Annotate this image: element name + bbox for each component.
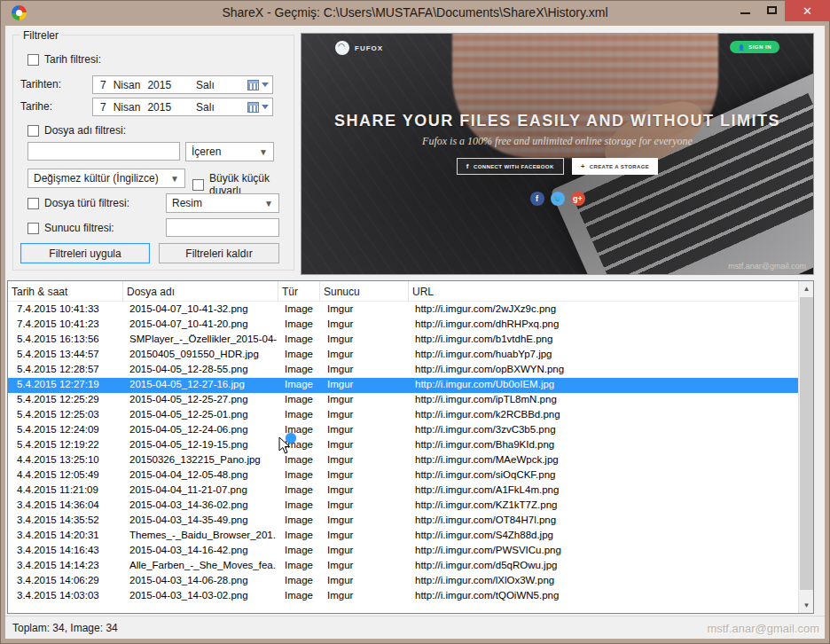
table-row[interactable]: 5.4.2015 12:28:572015-04-05_12-28-55.png…: [8, 363, 798, 378]
date-from-day[interactable]: 7: [100, 79, 106, 91]
table-row[interactable]: 5.4.2015 12:25:292015-04-05_12-25-27.png…: [8, 393, 798, 408]
cell-type: Image: [285, 454, 318, 465]
table-row[interactable]: 5.4.2015 12:24:092015-04-05_12-24-06.png…: [8, 423, 798, 438]
column-header-datetime[interactable]: Tarih & saat: [8, 281, 123, 302]
cell-datetime: 3.4.2015 14:16:43: [17, 545, 121, 555]
cell-url: http://i.imgur.com/d5qROwu.jpg: [415, 560, 796, 570]
date-to-year[interactable]: 2015: [147, 101, 171, 114]
column-header-host[interactable]: Sunucu: [320, 281, 409, 302]
cell-type: Image: [285, 349, 318, 359]
filename-filter-checkbox[interactable]: [27, 125, 39, 137]
chevron-down-icon[interactable]: [262, 82, 269, 87]
column-header-url[interactable]: URL: [409, 281, 799, 302]
cell-filename: SMPlayer_-_Özellikler_2015-04-...: [129, 334, 277, 344]
culture-combo[interactable]: Değişmez kültür (İngilizce) ▼: [27, 169, 185, 188]
date-from-year[interactable]: 2015: [147, 79, 171, 91]
client-area: Filtreler Tarih filtresi: Tarihten: 7 Ni…: [5, 26, 825, 639]
date-to-picker[interactable]: 7 Nisan 2015 Salı: [92, 98, 273, 116]
table-row[interactable]: 3.4.2015 14:06:292015-04-03_14-06-28.png…: [8, 574, 798, 589]
date-filter-label: Tarih filtresi:: [44, 53, 101, 66]
calendar-icon[interactable]: [247, 80, 259, 90]
table-row[interactable]: 4.4.2015 13:25:1020150326_132215_Pano.jp…: [8, 453, 798, 468]
column-header-filename[interactable]: Dosya adı: [123, 281, 278, 302]
person-icon: 👤: [738, 44, 745, 51]
cell-filename: 20150405_091550_HDR.jpg: [129, 349, 277, 359]
cell-url: http://i.imgur.com/lXlOx3W.png: [415, 575, 796, 585]
table-row[interactable]: 5.4.2015 12:19:222015-04-05_12-19-15.png…: [8, 438, 798, 453]
maximize-button[interactable]: [758, 0, 785, 20]
cell-filename: 2015-04-04_11-21-07.png: [129, 484, 277, 495]
filetype-combo[interactable]: Resim ▼: [166, 193, 279, 213]
close-button[interactable]: ✕: [785, 0, 830, 21]
host-filter-label: Sunucu filtresi:: [44, 222, 114, 234]
titlebar[interactable]: ShareX - Geçmiş: C:\Users\MUSTAFA\Docume…: [0, 0, 830, 26]
cell-url: http://i.imgur.com/k2RCBBd.png: [415, 409, 796, 420]
filetype-filter-label: Dosya türü filtresi:: [44, 197, 129, 209]
minimize-button[interactable]: [732, 0, 758, 20]
filetype-filter-checkbox[interactable]: [27, 198, 39, 209]
cell-url: http://i.imgur.com/b1vtdhE.png: [415, 334, 796, 344]
table-row[interactable]: 5.4.2015 12:27:192015-04-05_12-27-16.jpg…: [8, 378, 798, 393]
create-storage-button: + CREATE A STORAGE: [572, 158, 658, 175]
cell-filename: 2015-04-03_14-35-49.png: [129, 514, 277, 525]
cell-host: Imgur: [327, 379, 407, 389]
cell-host: Imgur: [327, 560, 407, 570]
cell-filename: 2015-04-05_12-27-16.jpg: [129, 379, 277, 389]
table-row[interactable]: 3.4.2015 14:20:31Themes_-_Baidu_Browser_…: [8, 529, 798, 544]
cell-datetime: 3.4.2015 14:35:52: [17, 514, 121, 525]
column-header-type[interactable]: Tür: [278, 281, 320, 302]
filename-input[interactable]: [27, 142, 180, 161]
cell-filename: 2015-04-05_12-19-15.png: [129, 439, 277, 450]
calendar-icon[interactable]: [247, 102, 259, 113]
date-to-label: Tarihe:: [20, 100, 52, 113]
table-row[interactable]: 3.4.2015 14:35:522015-04-03_14-35-49.png…: [8, 514, 798, 529]
host-filter-checkbox[interactable]: [27, 223, 39, 234]
remove-filters-button[interactable]: Filtreleri kaldır: [159, 243, 279, 263]
cell-type: Image: [285, 379, 318, 389]
scroll-down-icon[interactable]: ▼: [799, 598, 814, 613]
date-from-month[interactable]: Nisan: [114, 79, 141, 91]
cell-datetime: 4.4.2015 13:25:10: [17, 454, 121, 465]
cell-type: Image: [285, 334, 318, 344]
table-row[interactable]: 3.4.2015 14:36:042015-04-03_14-36-02.png…: [8, 499, 798, 514]
cell-datetime: 7.4.2015 10:41:23: [17, 318, 121, 329]
host-input[interactable]: [166, 218, 279, 237]
status-bar: Toplam: 34, Image: 34 mstf.anar@gmail.co…: [5, 616, 825, 639]
scroll-up-icon[interactable]: ▲: [799, 281, 814, 296]
cell-type: Image: [285, 530, 318, 540]
table-row[interactable]: 4.4.2015 12:05:492015-04-04_12-05-48.png…: [8, 468, 798, 483]
cell-filename: 2015-04-03_14-06-28.png: [129, 575, 277, 585]
case-sensitive-checkbox[interactable]: [192, 179, 204, 191]
cell-host: Imgur: [327, 318, 407, 329]
date-from-picker[interactable]: 7 Nisan 2015 Salı: [92, 75, 273, 94]
date-filter-checkbox[interactable]: [27, 54, 39, 66]
cell-host: Imgur: [327, 334, 407, 344]
table-row[interactable]: 5.4.2015 12:25:032015-04-05_12-25-01.png…: [8, 408, 798, 423]
cell-host: Imgur: [327, 349, 407, 359]
date-to-month[interactable]: Nisan: [114, 101, 141, 114]
apply-filters-button[interactable]: Filtreleri uygula: [20, 243, 150, 263]
scrollbar-thumb[interactable]: [800, 297, 813, 590]
chevron-down-icon[interactable]: [262, 105, 269, 109]
table-row[interactable]: 5.4.2015 16:13:56SMPlayer_-_Özellikler_2…: [8, 333, 798, 348]
preview-dark-overlay: [301, 34, 813, 274]
date-from-label: Tarihten:: [20, 78, 61, 90]
table-row[interactable]: 3.4.2015 14:16:432015-04-03_14-16-42.png…: [8, 544, 798, 559]
fufox-logo: FUFOX: [335, 41, 383, 55]
table-row[interactable]: 5.4.2015 13:44:5720150405_091550_HDR.jpg…: [8, 348, 798, 363]
vertical-scrollbar[interactable]: ▲ ▼: [798, 281, 813, 613]
cell-type: Image: [285, 303, 318, 314]
cell-datetime: 5.4.2015 12:27:19: [17, 379, 121, 389]
image-preview[interactable]: FUFOX 👤 SIGN IN SHARE YOUR FILES EASILY …: [301, 33, 814, 275]
table-row[interactable]: 3.4.2015 14:14:23Alle_Farben_-_She_Moves…: [8, 559, 798, 574]
table-row[interactable]: 7.4.2015 10:41:332015-04-07_10-41-32.png…: [8, 302, 798, 318]
table-row[interactable]: 4.4.2015 11:21:092015-04-04_11-21-07.png…: [8, 483, 798, 499]
cell-datetime: 3.4.2015 14:36:04: [17, 499, 121, 510]
cell-host: Imgur: [327, 394, 407, 404]
table-row[interactable]: 7.4.2015 10:41:232015-04-07_10-41-20.png…: [8, 318, 798, 333]
match-type-combo[interactable]: İçeren ▼: [185, 142, 274, 161]
cell-host: Imgur: [327, 303, 407, 314]
date-to-day[interactable]: 7: [100, 101, 106, 114]
status-total-label: Toplam: 34, Image: 34: [12, 622, 118, 634]
table-row[interactable]: 3.4.2015 14:03:032015-04-03_14-03-02.png…: [8, 589, 798, 604]
